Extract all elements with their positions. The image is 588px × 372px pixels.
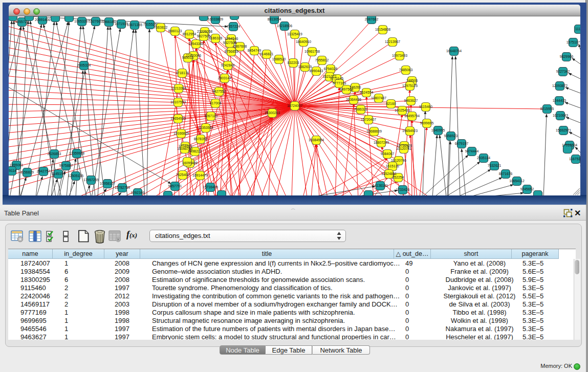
svg-text:10973493: 10973493 [392,54,407,57]
svg-text:1167534: 1167534 [569,157,580,161]
svg-text:8215955: 8215955 [540,107,554,111]
svg-text:7663822: 7663822 [154,26,168,29]
svg-text:12975125: 12975125 [402,84,418,87]
svg-text:1145194: 1145194 [52,172,65,176]
svg-text:1292346: 1292346 [131,191,145,194]
svg-text:9474444: 9474444 [465,149,479,153]
svg-text:9829966: 9829966 [560,55,574,58]
svg-text:6794028: 6794028 [324,67,338,71]
svg-text:9463627: 9463627 [404,99,418,102]
svg-text:9245652: 9245652 [520,187,534,191]
svg-text:3624554: 3624554 [360,91,374,94]
svg-text:12093872: 12093872 [552,84,568,87]
svg-text:7955812: 7955812 [315,58,329,62]
svg-text:9777169: 9777169 [333,81,346,85]
svg-text:8660123: 8660123 [168,29,182,33]
svg-text:20691406: 20691406 [35,18,50,21]
svg-text:2005334: 2005334 [77,63,91,67]
svg-text:1575107: 1575107 [567,40,580,44]
svg-text:17016504: 17016504 [562,143,577,147]
svg-text:6497568: 6497568 [340,87,354,91]
svg-text:1071915: 1071915 [115,22,128,26]
svg-text:9115460: 9115460 [419,105,432,108]
svg-text:8813054: 8813054 [268,17,281,21]
svg-text:252254: 252254 [393,176,404,179]
svg-text:9699695: 9699695 [420,121,434,125]
svg-text:10807487: 10807487 [371,96,386,100]
svg-text:10120741: 10120741 [396,147,411,150]
svg-text:10961758: 10961758 [304,50,320,53]
svg-text:8990443: 8990443 [310,69,323,73]
svg-text:11353594: 11353594 [198,126,213,129]
svg-text:8454749: 8454749 [248,49,262,52]
svg-text:10958107: 10958107 [100,182,115,185]
svg-text:9857791: 9857791 [168,184,182,188]
svg-text:1254546: 1254546 [225,37,238,40]
svg-text:6479197: 6479197 [455,142,469,145]
svg-text:8756853: 8756853 [225,50,238,53]
svg-text:16914479: 16914479 [192,173,208,177]
svg-text:1527602: 1527602 [89,19,103,23]
svg-text:7632621: 7632621 [488,164,502,167]
svg-text:2867608: 2867608 [233,45,247,48]
svg-text:10671355: 10671355 [127,23,142,27]
svg-text:417004: 417004 [210,101,222,105]
svg-text:7625402: 7625402 [176,173,190,177]
svg-text:8186328: 8186328 [209,36,223,40]
svg-text:10543342: 10543342 [188,42,204,46]
svg-text:18724007: 18724007 [287,104,302,107]
svg-text:19654925: 19654925 [170,117,186,120]
svg-text:19384554: 19384554 [309,138,324,142]
svg-text:989013: 989013 [182,56,194,59]
svg-text:9242848: 9242848 [221,63,235,67]
svg-text:2942757: 2942757 [37,169,51,173]
svg-text:9227342: 9227342 [556,70,570,73]
svg-text:2718176: 2718176 [176,71,189,75]
svg-text:9146821: 9146821 [260,52,274,56]
svg-text:9771145: 9771145 [330,77,343,80]
svg-text:13524851: 13524851 [381,172,397,176]
svg-text:10025433: 10025433 [395,108,410,112]
svg-text:18807249: 18807249 [374,141,389,144]
svg-text:9498222: 9498222 [188,149,202,153]
svg-text:2803144: 2803144 [218,76,232,80]
svg-text:12213967: 12213967 [385,40,400,43]
svg-text:1615132: 1615132 [386,164,400,168]
svg-text:10107553: 10107553 [170,100,186,104]
svg-text:19166829: 19166829 [173,132,189,135]
svg-text:7986322: 7986322 [354,107,368,111]
svg-text:10688609: 10688609 [366,129,382,133]
svg-text:16648764: 16648764 [446,49,462,53]
svg-text:15716485: 15716485 [203,185,218,189]
svg-text:4055724: 4055724 [15,20,29,24]
svg-text:17359918: 17359918 [69,151,84,155]
svg-text:1588520: 1588520 [272,57,286,61]
svg-text:2087682: 2087682 [365,17,379,21]
svg-text:12213369: 12213369 [171,86,186,90]
svg-text:1733426: 1733426 [396,188,410,191]
svg-text:16033809: 16033809 [208,17,223,21]
svg-text:7485063: 7485063 [399,68,413,72]
svg-text:18640910: 18640910 [296,40,311,43]
svg-text:9327508: 9327508 [223,41,237,45]
svg-text:16120746: 16120746 [391,159,406,162]
svg-text:1244415: 1244415 [553,99,567,102]
svg-text:8427552: 8427552 [212,90,226,93]
svg-text:20364436: 20364436 [346,98,361,101]
svg-text:6966160: 6966160 [102,20,116,24]
svg-text:19654923: 19654923 [402,129,418,133]
svg-text:14136141: 14136141 [373,184,388,187]
svg-text:17957255: 17957255 [83,178,99,182]
svg-text:16210643: 16210643 [553,114,568,117]
svg-text:9975887: 9975887 [59,164,73,167]
svg-text:7357224: 7357224 [227,25,241,28]
svg-text:10654112: 10654112 [509,179,525,183]
svg-text:1156829: 1156829 [20,170,34,174]
svg-text:12505135: 12505135 [68,174,83,178]
svg-text:1640995: 1640995 [431,128,445,132]
svg-text:10653287: 10653287 [74,19,90,23]
svg-text:15692971: 15692971 [556,128,571,132]
svg-text:8678352: 8678352 [194,137,208,141]
svg-text:1362615: 1362615 [298,65,312,69]
svg-text:15720407: 15720407 [361,118,376,121]
